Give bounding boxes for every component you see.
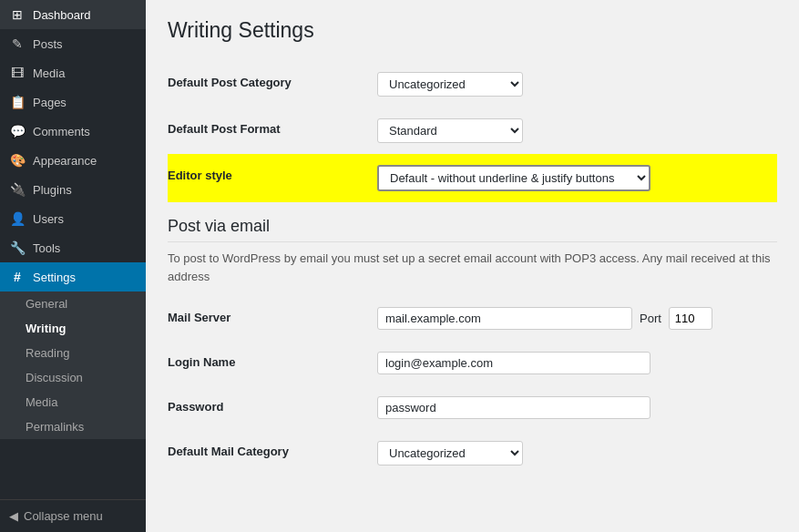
default-mail-category-label: Default Mail Category bbox=[168, 430, 368, 476]
settings-form-table: Default Post Category Uncategorized Defa… bbox=[168, 61, 777, 202]
default-post-category-select[interactable]: Uncategorized bbox=[377, 72, 523, 97]
media-icon: 🎞 bbox=[9, 66, 26, 80]
sidebar-item-label: Plugins bbox=[33, 183, 72, 197]
default-post-format-cell: Standard bbox=[368, 107, 777, 154]
password-row: Password bbox=[168, 385, 777, 430]
sidebar-item-label: Settings bbox=[33, 271, 76, 284]
mail-server-input[interactable] bbox=[377, 307, 632, 330]
collapse-menu-label: Collapse menu bbox=[24, 509, 103, 523]
mail-server-port-group: Port bbox=[377, 307, 768, 330]
settings-icon: # bbox=[9, 270, 26, 284]
default-post-category-label: Default Post Category bbox=[168, 61, 368, 107]
port-input[interactable] bbox=[669, 307, 712, 330]
tools-icon: 🔧 bbox=[9, 240, 26, 255]
post-via-email-title: Post via email bbox=[168, 217, 777, 242]
password-label: Password bbox=[168, 385, 368, 430]
default-post-format-label: Default Post Format bbox=[168, 107, 368, 154]
appearance-icon: 🎨 bbox=[9, 153, 26, 168]
sidebar-item-label: Comments bbox=[33, 125, 90, 138]
sidebar-item-settings[interactable]: # Settings bbox=[0, 262, 146, 292]
users-icon: 👤 bbox=[9, 211, 26, 226]
submenu-writing[interactable]: Writing bbox=[0, 316, 146, 341]
submenu-permalinks[interactable]: Permalinks bbox=[0, 414, 146, 439]
main-content: Writing Settings Default Post Category U… bbox=[146, 0, 799, 532]
sidebar-item-users[interactable]: 👤 Users bbox=[0, 204, 146, 233]
sidebar-item-label: Tools bbox=[33, 241, 60, 255]
pages-icon: 📋 bbox=[9, 95, 26, 109]
sidebar-item-plugins[interactable]: 🔌 Plugins bbox=[0, 175, 146, 204]
editor-style-select[interactable]: Default - without underline & justify bu… bbox=[377, 165, 650, 191]
editor-style-label: Editor style bbox=[168, 154, 368, 202]
password-cell bbox=[368, 385, 777, 430]
sidebar-item-label: Users bbox=[33, 212, 64, 226]
port-label: Port bbox=[640, 312, 661, 325]
password-input[interactable] bbox=[377, 396, 650, 419]
editor-style-row: Editor style Default - without underline… bbox=[168, 154, 777, 202]
submenu-reading[interactable]: Reading bbox=[0, 341, 146, 365]
plugins-icon: 🔌 bbox=[9, 182, 26, 197]
editor-style-cell: Default - without underline & justify bu… bbox=[368, 154, 777, 202]
posts-icon: ✎ bbox=[9, 36, 26, 51]
sidebar-item-label: Appearance bbox=[33, 154, 97, 168]
sidebar-item-label: Dashboard bbox=[33, 8, 91, 22]
mail-server-row: Mail Server Port bbox=[168, 296, 777, 341]
sidebar-item-pages[interactable]: 📋 Pages bbox=[0, 87, 146, 117]
login-name-input[interactable] bbox=[377, 352, 650, 374]
sidebar-item-label: Media bbox=[33, 66, 65, 80]
login-name-label: Login Name bbox=[168, 341, 368, 385]
email-settings-form-table: Mail Server Port Login Name Password bbox=[168, 296, 777, 476]
sidebar-item-label: Pages bbox=[33, 96, 67, 109]
sidebar-item-posts[interactable]: ✎ Posts bbox=[0, 29, 146, 58]
sidebar-item-appearance[interactable]: 🎨 Appearance bbox=[0, 146, 146, 175]
sidebar-item-label: Posts bbox=[33, 37, 63, 51]
default-mail-category-row: Default Mail Category Uncategorized bbox=[168, 430, 777, 476]
default-post-category-cell: Uncategorized bbox=[368, 61, 777, 107]
dashboard-icon: ⊞ bbox=[9, 7, 26, 22]
default-post-format-select[interactable]: Standard bbox=[377, 118, 523, 143]
collapse-arrow-icon: ◀ bbox=[9, 509, 18, 523]
sidebar-item-comments[interactable]: 💬 Comments bbox=[0, 117, 146, 146]
mail-server-label: Mail Server bbox=[168, 296, 368, 341]
default-mail-category-select[interactable]: Uncategorized bbox=[377, 441, 523, 466]
page-title: Writing Settings bbox=[168, 18, 777, 43]
mail-server-cell: Port bbox=[368, 296, 777, 341]
sidebar-item-media[interactable]: 🎞 Media bbox=[0, 58, 146, 87]
login-name-cell bbox=[368, 341, 777, 385]
post-via-email-description: To post to WordPress by email you must s… bbox=[168, 250, 777, 285]
sidebar-item-tools[interactable]: 🔧 Tools bbox=[0, 233, 146, 262]
collapse-menu-button[interactable]: ◀ Collapse menu bbox=[0, 499, 146, 532]
default-post-category-row: Default Post Category Uncategorized bbox=[168, 61, 777, 107]
settings-submenu: General Writing Reading Discussion Media… bbox=[0, 292, 146, 439]
comments-icon: 💬 bbox=[9, 124, 26, 138]
default-mail-category-cell: Uncategorized bbox=[368, 430, 777, 476]
sidebar-item-dashboard[interactable]: ⊞ Dashboard bbox=[0, 0, 146, 29]
login-name-row: Login Name bbox=[168, 341, 777, 385]
submenu-discussion[interactable]: Discussion bbox=[0, 365, 146, 390]
default-post-format-row: Default Post Format Standard bbox=[168, 107, 777, 154]
submenu-media[interactable]: Media bbox=[0, 390, 146, 414]
sidebar: ⊞ Dashboard ✎ Posts 🎞 Media 📋 Pages 💬 Co… bbox=[0, 0, 146, 532]
submenu-general[interactable]: General bbox=[0, 292, 146, 316]
